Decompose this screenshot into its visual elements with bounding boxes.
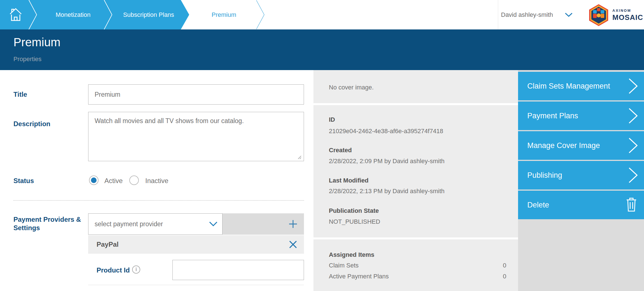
topbar-divider — [498, 0, 498, 29]
app-root: Monetization Subscription Plans Premium … — [0, 0, 644, 291]
mosaic-hexagon-icon — [589, 4, 608, 26]
chevron-right-icon — [628, 167, 638, 183]
assigned-row-label: Claim Sets — [329, 262, 359, 269]
assigned-row-count: 0 — [476, 273, 506, 280]
payment-provider-select[interactable]: select payment provider — [88, 213, 223, 235]
status-inactive-label[interactable]: Inactive — [145, 177, 168, 185]
panel-divider — [313, 237, 518, 239]
radio-selected-dot — [91, 177, 97, 183]
provider-name: PayPal — [97, 235, 119, 254]
page-subtitle: Properties — [13, 56, 41, 63]
info-glyph: i — [135, 267, 137, 272]
status-radio-inactive[interactable] — [129, 175, 139, 185]
assigned-row-label: Active Payment Plans — [329, 273, 389, 280]
status-radio-active[interactable] — [89, 175, 99, 185]
cover-image-status: No cover image. — [329, 84, 374, 91]
section-divider — [13, 200, 304, 201]
user-menu[interactable]: David ashley-smith — [501, 0, 574, 29]
publishing-button[interactable]: Publishing — [518, 161, 644, 190]
last-modified-label: Last Modified — [329, 177, 369, 184]
delete-button[interactable]: Delete — [518, 191, 644, 219]
action-button-label: Delete — [527, 201, 625, 209]
id-label: ID — [329, 116, 335, 123]
id-value: 21029e04-2462-4e38-af6e-a395274f7418 — [329, 128, 443, 135]
page-title: Premium — [13, 36, 60, 49]
status-field-label: Status — [13, 177, 34, 185]
user-name: David ashley-smith — [501, 11, 553, 19]
breadcrumb-item-subscription-plans[interactable]: Subscription Plans — [109, 0, 188, 29]
chevron-down-icon — [565, 13, 573, 17]
breadcrumb-item-premium-current: Premium — [195, 0, 253, 29]
title-field-label: Title — [13, 91, 27, 98]
info-icon[interactable]: i — [132, 265, 140, 274]
created-value: 2/28/2022, 2:09 PM by David ashley-smith — [329, 158, 444, 165]
remove-provider-x-icon[interactable] — [289, 241, 297, 248]
trash-icon — [625, 197, 638, 213]
provider-row-paypal — [88, 235, 304, 254]
action-button-label: Payment Plans — [527, 112, 628, 120]
claim-sets-management-button[interactable]: Claim Sets Management — [518, 72, 644, 100]
select-placeholder: select payment provider — [95, 220, 209, 228]
title-input[interactable] — [88, 84, 304, 105]
created-label: Created — [329, 147, 352, 154]
chevron-right-icon — [628, 108, 638, 124]
panel-divider — [313, 103, 518, 105]
form-bottom-divider — [88, 285, 304, 285]
payment-providers-label: Payment Providers & Settings — [13, 215, 83, 232]
manage-cover-image-button[interactable]: Manage Cover Image — [518, 131, 644, 160]
plus-icon[interactable] — [289, 220, 297, 228]
page-header: Premium Properties — [0, 29, 644, 70]
action-button-label: Manage Cover Image — [527, 141, 628, 150]
resize-grip-icon[interactable] — [297, 155, 302, 160]
assigned-row-count: 0 — [476, 262, 506, 269]
payment-plans-button[interactable]: Payment Plans — [518, 101, 644, 130]
description-textarea[interactable]: Watch all movies and all TV shows from o… — [88, 112, 304, 161]
brand-logo: AXINOM MOSAIC — [589, 4, 643, 27]
publication-state-value: NOT_PUBLISHED — [329, 218, 380, 225]
breadcrumb-label: Premium — [212, 11, 236, 19]
status-active-label[interactable]: Active — [104, 177, 123, 185]
publication-state-label: Publication State — [329, 207, 379, 214]
chevron-down-icon — [209, 221, 218, 227]
breadcrumb-label: Monetization — [56, 11, 91, 19]
top-nav: Monetization Subscription Plans Premium … — [0, 0, 644, 29]
chevron-right-icon — [628, 137, 638, 154]
home-breadcrumb-button[interactable] — [9, 7, 22, 22]
product-id-input[interactable] — [172, 260, 304, 280]
description-field-label: Description — [13, 120, 50, 128]
brand-name-top: AXINOM — [612, 8, 643, 13]
breadcrumb-label: Subscription Plans — [123, 11, 174, 19]
brand-name-bottom: MOSAIC — [612, 13, 643, 22]
product-id-label: Product Id — [97, 266, 130, 274]
action-button-label: Claim Sets Management — [527, 82, 628, 91]
action-button-label: Publishing — [527, 171, 628, 180]
breadcrumb-item-monetization[interactable]: Monetization — [41, 0, 105, 29]
last-modified-value: 2/28/2022, 2:13 PM by David ashley-smith — [329, 188, 444, 195]
home-icon — [9, 7, 22, 22]
assigned-items-label: Assigned Items — [329, 251, 374, 258]
chevron-right-icon — [628, 78, 638, 94]
